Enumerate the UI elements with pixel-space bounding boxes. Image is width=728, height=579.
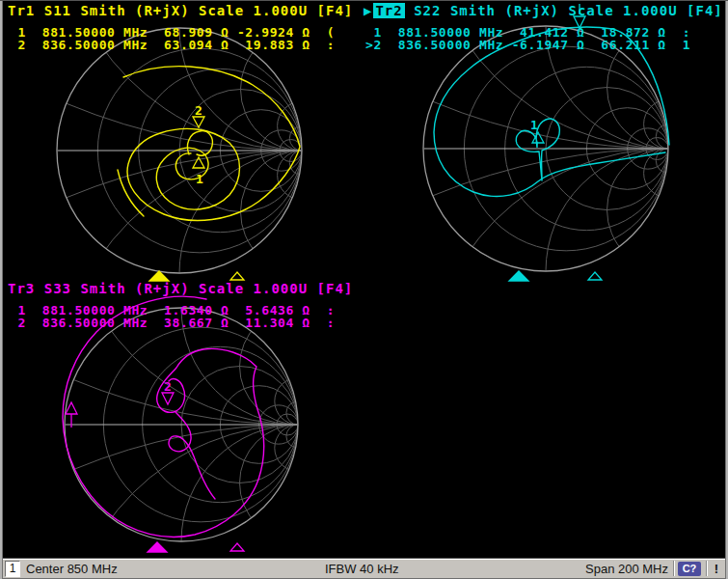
text-layer: Tr1 S11 Smith (R+jX) Scale 1.000U [F4] 1… bbox=[0, 0, 728, 557]
span-status: Span 200 MHz bbox=[585, 562, 668, 576]
trace2-title-text: S22 Smith (R+jX) Scale 1.000U [F4] bbox=[405, 3, 723, 18]
status-bar: 1 Center 850 MHz IFBW 40 kHz Span 200 MH… bbox=[2, 558, 726, 579]
cal-status-button[interactable]: C? bbox=[678, 562, 701, 576]
trace2-marker2-readout: >2 836.50000 MHz -6.1947 Ω 66.211 Ω 1 bbox=[365, 38, 690, 52]
channel-indicator: 1 bbox=[5, 561, 20, 577]
trace2-title[interactable]: ▶Tr2 S22 Smith (R+jX) Scale 1.000U [F4] bbox=[364, 3, 723, 18]
statusbar-divider bbox=[706, 561, 707, 576]
center-frequency-status: Center 850 MHz bbox=[26, 562, 118, 576]
ifbw-status: IFBW 40 kHz bbox=[325, 562, 399, 576]
trace1-title[interactable]: Tr1 S11 Smith (R+jX) Scale 1.000U [F4] bbox=[8, 3, 353, 18]
statusbar-divider bbox=[673, 561, 674, 576]
window-border-left bbox=[0, 0, 3, 579]
vna-screen: Tr1 S11 Smith (R+jX) Scale 1.000U [F4] 1… bbox=[0, 0, 728, 579]
trace3-marker2-readout: 2 836.50000 MHz 38.667 Ω 11.304 Ω : bbox=[10, 316, 335, 330]
active-trace-arrow-icon: ▶ bbox=[364, 3, 372, 18]
trace2-label: Tr2 bbox=[373, 3, 404, 18]
alert-indicator[interactable]: ! bbox=[715, 562, 718, 576]
trace3-title[interactable]: Tr3 S33 Smith (R+jX) Scale 1.000U [F4] bbox=[8, 281, 353, 296]
window-border-top bbox=[0, 0, 728, 1]
trace1-marker2-readout: 2 836.50000 MHz 63.094 Ω 19.883 Ω : bbox=[10, 38, 335, 52]
